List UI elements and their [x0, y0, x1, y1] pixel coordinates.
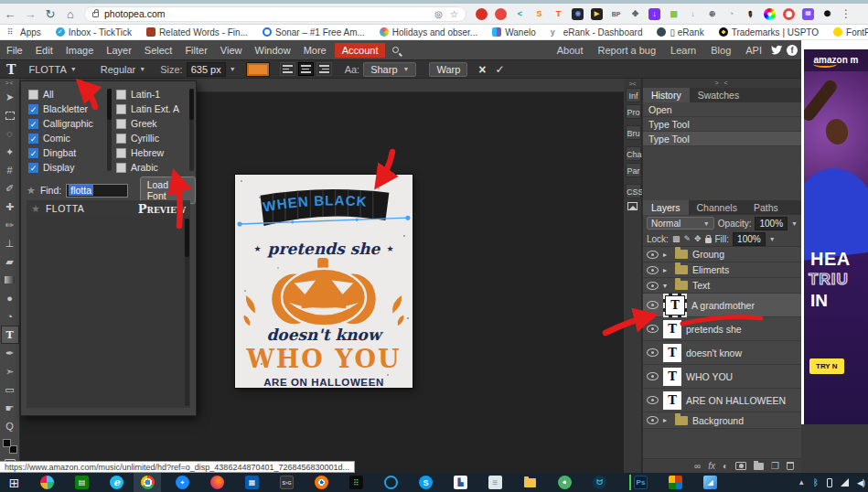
internet-explorer-icon[interactable]: e [110, 476, 123, 489]
checkbox-unchecked[interactable] [28, 90, 38, 100]
link-about[interactable]: About [552, 45, 589, 56]
wand-tool-icon[interactable]: ✦ [1, 143, 19, 161]
checkbox-checked[interactable]: ✓ [28, 163, 38, 173]
menu-edit[interactable]: Edit [29, 45, 59, 56]
visibility-eye-icon[interactable] [647, 396, 659, 404]
target-icon[interactable]: ◎ [434, 9, 443, 19]
panel-collapse-icon[interactable]: > < [643, 79, 801, 88]
browser-menu-icon[interactable]: ⋮ [841, 7, 852, 20]
fill-value[interactable]: 100% [733, 232, 766, 246]
layer-row-text-group[interactable]: ▾Text [643, 278, 801, 294]
type-tool-icon[interactable]: T [1, 326, 19, 344]
chevron-right-icon[interactable]: ▸ [663, 251, 670, 259]
category-display[interactable]: ✓Display [28, 160, 105, 175]
marquee-tool-icon[interactable] [1, 106, 19, 124]
text-layer-thumbnail[interactable]: T [663, 344, 681, 362]
swirl-app-icon[interactable] [315, 476, 328, 489]
back-icon[interactable]: ← [0, 7, 20, 21]
brush-tool-icon[interactable]: ✏ [1, 216, 19, 234]
layer-row-eliments[interactable]: ▸Eliments [643, 262, 801, 278]
category-comic[interactable]: ✓Comic [28, 131, 105, 145]
script-latin-ext[interactable]: Latin Ext. A [116, 102, 188, 116]
cubes-app-icon[interactable] [669, 476, 682, 489]
delete-layer-icon[interactable] [787, 462, 794, 470]
menu-select[interactable]: Select [138, 45, 179, 56]
blend-mode-select[interactable]: Normal▼ [647, 217, 714, 230]
link-layers-icon[interactable]: ∞ [694, 461, 701, 471]
crop-tool-icon[interactable]: # [1, 161, 19, 179]
file-explorer-icon[interactable] [523, 476, 537, 489]
font-size-control[interactable]: Size:635 px▼ [160, 62, 235, 77]
chevron-right-icon[interactable]: ▸ [663, 266, 670, 274]
script-arabic[interactable]: Arabic [116, 160, 188, 175]
forward-icon[interactable]: → [20, 7, 40, 21]
checkbox-checked[interactable]: ✓ [28, 104, 38, 114]
reload-icon[interactable]: ↻ [40, 7, 60, 21]
ext-t-icon[interactable]: T [552, 8, 564, 20]
category-dingbat[interactable]: ✓Dingbat [28, 145, 105, 160]
category-calligraphic[interactable]: ✓Calligraphic [28, 116, 105, 131]
history-entry-current[interactable]: Type Tool [643, 132, 801, 146]
volume-icon[interactable]: ◀) [857, 478, 864, 487]
path-select-tool-icon[interactable]: ➣ [1, 362, 19, 380]
address-bar[interactable]: photopea.com ◎ ☆ [84, 6, 466, 22]
chevron-down-icon[interactable]: ▾ [663, 282, 670, 290]
checkbox-checked[interactable]: ✓ [28, 119, 38, 129]
gradient-tool-icon[interactable] [1, 271, 19, 289]
ext-paw-icon[interactable]: ⚈ [821, 8, 833, 20]
align-center-button[interactable] [298, 62, 314, 76]
tab-layers[interactable]: Layers [643, 200, 689, 215]
fg-bg-color-swatches[interactable] [3, 439, 17, 454]
font-result-row[interactable]: ★ FLOTTA Preview [27, 200, 190, 217]
lock-paint-icon[interactable]: ✎ [683, 234, 691, 243]
opacity-value[interactable]: 100% [755, 217, 788, 230]
visibility-eye-icon[interactable] [647, 251, 659, 259]
network-icon[interactable] [841, 478, 849, 487]
hand-tool-icon[interactable]: ☛ [1, 399, 19, 417]
menu-image[interactable]: Image [59, 45, 101, 56]
bookmark-uspto[interactable]: Trademarks | USPTO [719, 27, 819, 37]
new-group-icon[interactable] [754, 463, 764, 470]
ext-rainbow-icon[interactable] [764, 8, 776, 20]
layer-row-who-you[interactable]: TWHO YOU [643, 365, 801, 389]
pushbullet-icon[interactable] [558, 476, 572, 489]
ext-mail-icon[interactable]: ✉ [802, 8, 814, 20]
layer-row-background[interactable]: ▸Background [643, 412, 801, 429]
confirm-edit-icon[interactable]: ✓ [496, 63, 505, 76]
script-latin1[interactable]: Latin-1 [116, 87, 188, 102]
ext-camera-icon[interactable] [572, 8, 584, 20]
visibility-eye-icon[interactable] [647, 282, 659, 290]
checkbox-unchecked[interactable] [116, 90, 126, 100]
link-api[interactable]: API [740, 45, 767, 56]
heal-tool-icon[interactable]: ✚ [1, 198, 19, 216]
twitter-icon[interactable] [771, 45, 783, 55]
ext-bp-icon[interactable]: BP [610, 8, 622, 20]
tab-brush[interactable]: Bru [626, 125, 641, 140]
ext-ring-icon[interactable] [783, 8, 795, 20]
bookmark-holidays[interactable]: Holidays and obser... [380, 27, 477, 37]
firefox-icon[interactable] [210, 476, 224, 489]
zoom-tool-icon[interactable]: Q [1, 417, 19, 435]
text-color-swatch[interactable] [247, 63, 269, 76]
font-family-dropdown[interactable]: FLOTTA▼ [28, 64, 76, 75]
text-layer-thumbnail-selected[interactable]: T [663, 294, 687, 317]
script-cyrillic[interactable]: Cyrillic [116, 131, 188, 145]
history-entry[interactable]: Type Tool [643, 117, 801, 132]
cat-app-icon[interactable]: ᗢ [593, 476, 606, 489]
layer-row-doesnt-know[interactable]: Tdoesn't know [643, 341, 801, 365]
link-report-a-bug[interactable]: Report a bug [592, 45, 661, 56]
align-right-button[interactable] [316, 62, 332, 76]
menu-layer[interactable]: Layer [100, 45, 138, 56]
checkbox-checked[interactable]: ✓ [28, 148, 38, 158]
star-icon[interactable]: ★ [31, 203, 40, 215]
panel-collapse-icon[interactable]: >< [624, 80, 641, 87]
ext-cart-icon[interactable]: ▦ [668, 8, 680, 20]
visibility-eye-icon[interactable] [647, 416, 659, 424]
ms-store-icon[interactable]: ▤ [75, 476, 89, 489]
lock-position-icon[interactable]: ✥ [694, 234, 702, 243]
ext-download-purple-icon[interactable]: ↓ [648, 8, 660, 20]
new-layer-icon[interactable]: ❐ [771, 461, 779, 471]
phone-icon[interactable] [827, 478, 832, 487]
record-app-icon[interactable] [384, 476, 398, 489]
ext-quarter-icon[interactable]: ◔ [725, 8, 737, 20]
